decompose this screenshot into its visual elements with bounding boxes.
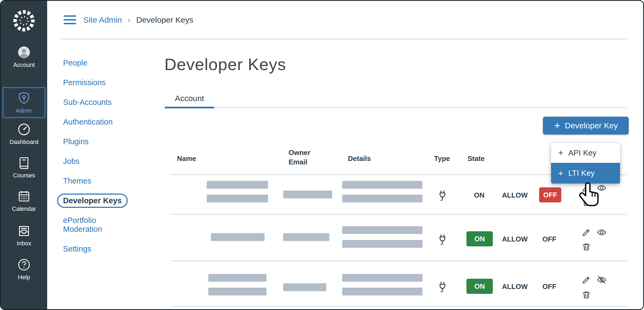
placeholder-bar-name xyxy=(211,233,265,241)
trash-icon[interactable] xyxy=(581,198,591,207)
column-header-name: Name xyxy=(177,154,196,163)
calendar-icon xyxy=(17,190,31,203)
sidebar-item-account[interactable]: Account xyxy=(1,46,47,68)
placeholder-bar-details xyxy=(342,274,423,282)
sidebar-item-label: Help xyxy=(18,274,30,281)
placeholder-bar-name xyxy=(207,181,268,189)
sidebar-item-label: Admin xyxy=(16,107,32,114)
menu-item-api-key-label: API Key xyxy=(568,149,597,157)
column-header-details: Details xyxy=(348,154,371,163)
menu-item-lti-key[interactable]: LTI Key xyxy=(551,163,620,184)
placeholder-bar-details xyxy=(342,240,423,248)
sidebar-item-label: Inbox xyxy=(17,240,31,247)
edit-pencil-icon[interactable] xyxy=(581,183,591,193)
sidebar-item-inbox[interactable]: Inbox xyxy=(1,224,47,247)
lti-plug-icon xyxy=(437,189,448,201)
subnav-item-people[interactable]: People xyxy=(63,58,87,67)
subnav-item-plugins[interactable]: Plugins xyxy=(63,137,89,146)
breadcrumb-separator: › xyxy=(128,16,130,24)
menu-item-api-key[interactable]: API Key xyxy=(551,143,620,163)
sidebar-item-label: Calendar xyxy=(12,205,36,212)
state-allow-toggle[interactable]: ALLOW xyxy=(502,235,528,243)
placeholder-bar-name xyxy=(208,274,266,282)
dashboard-gauge-icon xyxy=(17,123,31,136)
breadcrumb-root-link[interactable]: Site Admin xyxy=(83,15,122,25)
column-header-type: Type xyxy=(434,154,450,163)
state-on-toggle[interactable]: ON xyxy=(474,191,484,199)
menu-item-lti-key-label: LTI Key xyxy=(568,169,595,178)
add-developer-key-label: Developer Key xyxy=(565,121,618,130)
global-sidebar: Account Admin Dashboard xyxy=(1,1,47,309)
column-header-state: State xyxy=(468,154,485,163)
plus-icon xyxy=(554,122,561,129)
subnav-item-authentication[interactable]: Authentication xyxy=(63,118,113,126)
placeholder-bar-name xyxy=(207,195,268,202)
subnav-item-jobs[interactable]: Jobs xyxy=(63,157,79,166)
placeholder-bar-details xyxy=(342,181,423,189)
placeholder-bar-email xyxy=(283,283,326,291)
inbox-tray-icon xyxy=(17,224,31,237)
page-title: Developer Keys xyxy=(164,55,286,74)
state-allow-toggle[interactable]: ALLOW xyxy=(502,191,528,199)
table-row: ON ALLOW OFF xyxy=(1,214,643,261)
table-row: ON ALLOW OFF xyxy=(1,261,643,306)
placeholder-bar-details xyxy=(342,195,423,202)
placeholder-bar-email xyxy=(283,191,332,198)
sidebar-item-calendar[interactable]: Calendar xyxy=(1,190,47,212)
edit-pencil-icon[interactable] xyxy=(581,275,591,285)
edit-pencil-icon[interactable] xyxy=(581,228,591,237)
sidebar-item-label: Dashboard xyxy=(9,139,39,146)
page-header: Site Admin › Developer Keys xyxy=(61,1,627,39)
state-on-toggle-active[interactable]: ON xyxy=(466,231,493,246)
subnav-item-sub-accounts[interactable]: Sub-Accounts xyxy=(63,98,112,107)
developer-key-type-menu: API Key LTI Key xyxy=(551,143,620,184)
sidebar-item-courses[interactable]: Courses xyxy=(1,156,47,179)
lti-plug-icon xyxy=(437,281,448,292)
tab-account[interactable]: Account xyxy=(165,90,214,108)
subnav-item-permissions[interactable]: Permissions xyxy=(63,78,106,87)
sidebar-item-label: Account xyxy=(13,61,35,68)
help-question-icon xyxy=(17,258,31,271)
state-off-toggle[interactable]: OFF xyxy=(542,235,556,243)
trash-icon[interactable] xyxy=(581,290,591,300)
sidebar-item-dashboard[interactable]: Dashboard xyxy=(1,123,47,146)
eye-icon[interactable] xyxy=(597,228,607,237)
courses-book-icon xyxy=(17,156,31,170)
placeholder-bar-details xyxy=(342,288,423,295)
avatar-icon xyxy=(17,46,31,59)
breadcrumb-current: Developer Keys xyxy=(136,15,193,25)
canvas-logo-icon[interactable] xyxy=(11,8,37,34)
state-off-toggle[interactable]: OFF xyxy=(542,283,556,291)
trash-icon[interactable] xyxy=(581,242,591,252)
hamburger-menu-icon[interactable] xyxy=(64,15,76,24)
state-off-toggle-active[interactable]: OFF xyxy=(539,187,561,202)
placeholder-bar-details xyxy=(342,226,423,234)
sidebar-item-label: Courses xyxy=(13,172,35,179)
sidebar-item-help[interactable]: Help xyxy=(1,258,47,281)
tab-bar: Account xyxy=(165,90,627,108)
placeholder-bar-name xyxy=(208,288,266,295)
sidebar-item-admin[interactable]: Admin xyxy=(2,87,46,118)
column-header-owner-email: Owner Email xyxy=(289,148,321,167)
table-row: ON ALLOW OFF xyxy=(1,175,643,214)
state-on-toggle-active[interactable]: ON xyxy=(466,279,493,294)
add-developer-key-button[interactable]: Developer Key xyxy=(543,117,629,135)
state-allow-toggle[interactable]: ALLOW xyxy=(502,283,528,291)
admin-shield-icon xyxy=(17,91,31,105)
eye-icon[interactable] xyxy=(597,183,607,193)
lti-plug-icon xyxy=(437,233,448,245)
app-window: Account Admin Dashboard xyxy=(0,0,644,310)
placeholder-bar-email xyxy=(283,233,329,241)
eye-off-icon[interactable] xyxy=(597,275,607,285)
